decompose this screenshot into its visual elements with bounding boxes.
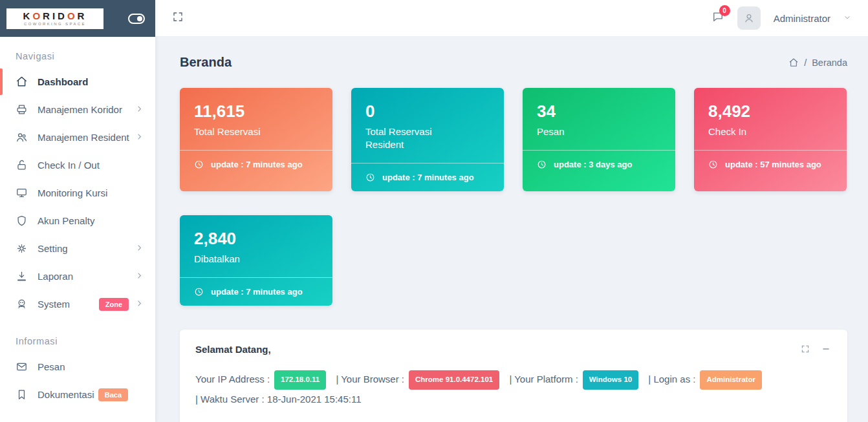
chevron-right-icon xyxy=(135,243,144,254)
server-time-text: | Waktu Server : 18-Jun-2021 15:45:11 xyxy=(195,394,362,405)
sidebar-item-manajemen-resident[interactable]: Manajemen Resident xyxy=(0,123,155,151)
stat-update-text: update : 7 minutes ago xyxy=(382,173,474,182)
breadcrumb: / Beranda xyxy=(788,58,847,68)
home-icon[interactable] xyxy=(788,58,799,68)
stat-value: 11,615 xyxy=(194,102,318,121)
chevron-down-icon[interactable] xyxy=(843,12,851,24)
stat-card-check-in[interactable]: 8,492 Check In update : 57 minutes ago xyxy=(694,88,847,191)
stat-label: Pesan xyxy=(537,125,631,138)
stat-label: Check In xyxy=(708,125,802,138)
ip-label: Your IP Address : xyxy=(195,374,270,385)
minimize-icon[interactable] xyxy=(821,344,830,353)
home-icon xyxy=(16,76,28,89)
clock-icon xyxy=(708,160,718,169)
login-as-label: | Login as : xyxy=(648,374,695,385)
stat-card-total-reservasi-resident[interactable]: 0 Total Reservasi Resident update : 7 mi… xyxy=(351,88,504,191)
stat-update-text: update : 7 minutes ago xyxy=(211,287,303,297)
breadcrumb-current: Beranda xyxy=(812,58,847,68)
browser-badge: Chrome 91.0.4472.101 xyxy=(409,370,499,390)
sidebar-toggle-icon[interactable] xyxy=(128,14,145,24)
stat-update-text: update : 57 minutes ago xyxy=(725,160,821,169)
download-icon xyxy=(16,270,28,283)
stat-label: Total Reservasi xyxy=(194,125,288,138)
sidebar-item-akun-penalty[interactable]: Akun Penalty xyxy=(0,207,155,235)
baca-badge: Baca xyxy=(98,388,128,401)
stat-label: Dibatalkan xyxy=(194,253,288,266)
unlock-icon xyxy=(16,159,28,172)
avatar[interactable] xyxy=(737,6,761,30)
sidebar: KORIDOR COWORKING SPACE Navigasi Dashboa… xyxy=(0,0,155,422)
chevron-right-icon xyxy=(135,271,144,282)
stat-card-total-reservasi[interactable]: 11,615 Total Reservasi update : 7 minute… xyxy=(180,88,332,191)
skull-icon xyxy=(16,298,28,311)
stat-cards-row-1: 11,615 Total Reservasi update : 7 minute… xyxy=(180,88,847,191)
sidebar-item-dashboard[interactable]: Dashboard xyxy=(0,68,155,96)
user-name[interactable]: Administrator xyxy=(774,13,830,24)
brand-logo[interactable]: KORIDOR COWORKING SPACE xyxy=(6,8,103,29)
sidebar-header: KORIDOR COWORKING SPACE xyxy=(0,0,155,37)
login-as-badge: Administrator xyxy=(700,370,761,390)
notifications-button[interactable]: 0 xyxy=(711,10,724,26)
sidebar-item-manajemen-koridor[interactable]: Manajemen Koridor xyxy=(0,96,155,123)
stat-value: 0 xyxy=(365,102,490,121)
chevron-right-icon xyxy=(135,299,144,310)
welcome-panel: Selamat Datang, Your IP Address :172.18.… xyxy=(180,330,847,422)
welcome-title: Selamat Datang, xyxy=(195,344,271,355)
platform-label: | Your Platform : xyxy=(509,374,578,385)
users-icon xyxy=(16,131,28,144)
clock-icon xyxy=(194,160,204,169)
topbar: 0 Administrator xyxy=(155,0,868,37)
browser-label: | Your Browser : xyxy=(336,374,404,385)
stat-label: Total Reservasi Resident xyxy=(365,125,459,152)
gear-icon xyxy=(16,242,28,255)
bookmark-icon xyxy=(16,388,28,401)
monitor-icon xyxy=(16,187,28,200)
brand-logo-text: KORIDOR xyxy=(13,11,97,21)
person-icon xyxy=(743,12,755,25)
shield-icon xyxy=(16,215,28,227)
printer-icon xyxy=(16,103,28,116)
chevron-right-icon xyxy=(135,132,144,143)
sidebar-item-monitoring-kursi[interactable]: Monitoring Kursi xyxy=(0,179,155,207)
sidebar-nav: Navigasi Dashboard Manajemen Koridor Man… xyxy=(0,37,155,408)
sidebar-item-pesan[interactable]: Pesan xyxy=(0,353,155,381)
main-content: Beranda / Beranda 11,615 Total Reservasi… xyxy=(155,37,868,422)
breadcrumb-separator: / xyxy=(804,58,807,68)
nav-section-label: Navigasi xyxy=(0,42,155,68)
mail-icon xyxy=(16,361,28,374)
clock-icon xyxy=(365,173,375,182)
zone-badge: Zone xyxy=(99,298,129,311)
page-title: Beranda xyxy=(180,55,232,70)
maximize-icon[interactable] xyxy=(801,344,810,353)
sidebar-item-setting[interactable]: Setting xyxy=(0,235,155,262)
stat-value: 34 xyxy=(537,102,661,121)
stat-update-text: update : 3 days ago xyxy=(554,160,632,169)
chevron-right-icon xyxy=(135,104,144,115)
platform-badge: Windows 10 xyxy=(583,370,638,390)
fullscreen-icon[interactable] xyxy=(172,11,184,25)
notification-count-badge: 0 xyxy=(719,5,730,16)
clock-icon xyxy=(194,287,204,297)
sidebar-item-laporan[interactable]: Laporan xyxy=(0,262,155,290)
stat-update-text: update : 7 minutes ago xyxy=(211,160,303,169)
page-header: Beranda / Beranda xyxy=(180,55,847,70)
stat-card-dibatalkan[interactable]: 2,840 Dibatalkan update : 7 minutes ago xyxy=(180,215,332,306)
stat-value: 8,492 xyxy=(708,102,832,121)
brand-logo-subtitle: COWORKING SPACE xyxy=(13,22,97,26)
welcome-info-line: Your IP Address :172.18.0.11 | Your Brow… xyxy=(180,363,847,408)
ip-badge: 172.18.0.11 xyxy=(274,370,326,390)
sidebar-item-check-in-out[interactable]: Check In / Out xyxy=(0,151,155,179)
app-window: KORIDOR COWORKING SPACE Navigasi Dashboa… xyxy=(0,0,868,422)
clock-icon xyxy=(537,160,547,169)
info-section-label: Informasi xyxy=(0,318,155,353)
sidebar-item-system[interactable]: System Zone xyxy=(0,290,155,318)
stat-card-pesan[interactable]: 34 Pesan update : 3 days ago xyxy=(523,88,675,191)
sidebar-item-dokumentasi[interactable]: Dokumentasi Baca xyxy=(0,381,155,408)
stat-cards-row-2: 2,840 Dibatalkan update : 7 minutes ago xyxy=(180,215,847,306)
stat-value: 2,840 xyxy=(194,229,318,248)
